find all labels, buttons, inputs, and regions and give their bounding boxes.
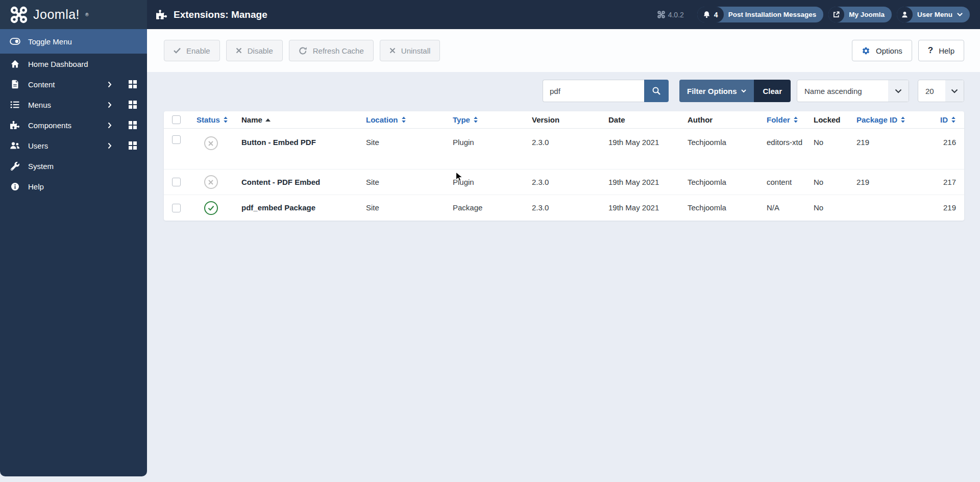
enable-button[interactable]: Enable xyxy=(164,40,220,61)
cell-author: Techjoomla xyxy=(679,176,758,188)
sidebar-item-system[interactable]: System xyxy=(0,156,147,176)
sidebar-item-label: Components xyxy=(28,121,71,130)
page-size-select[interactable]: 20 xyxy=(918,80,964,102)
column-header-name[interactable]: Name xyxy=(233,115,358,124)
cell-id: 216 xyxy=(910,129,964,149)
row-checkbox[interactable] xyxy=(172,178,181,186)
options-button-label: Options xyxy=(876,46,902,55)
cell-name: pdf_embed Package xyxy=(233,202,358,214)
user-menu-button[interactable]: User Menu xyxy=(897,7,970,22)
home-icon xyxy=(9,60,20,68)
sort-icon xyxy=(951,116,956,124)
status-cell xyxy=(188,129,233,150)
cell-author: Techjoomla xyxy=(679,129,758,149)
logo-text: Joomla! xyxy=(33,7,80,22)
sort-icon xyxy=(900,116,905,124)
grid-icon[interactable] xyxy=(129,121,137,129)
chevron-down-icon xyxy=(741,89,746,93)
filter-options-button[interactable]: Filter Options xyxy=(679,80,754,102)
search-group xyxy=(543,80,669,102)
joomla-version: 4.0.2 xyxy=(657,11,684,19)
my-joomla-label: My Joomla xyxy=(849,11,885,18)
main-content: Filter Options Clear Name ascending 20 xyxy=(147,72,980,482)
cell-type: Package xyxy=(445,202,524,214)
sidebar-item-menus[interactable]: Menus xyxy=(0,94,147,115)
grid-icon[interactable] xyxy=(129,141,137,150)
cell-type: Plugin xyxy=(445,129,524,149)
question-mark-icon: ? xyxy=(928,45,933,56)
column-header-package-id[interactable]: Package ID xyxy=(848,115,910,124)
grid-icon[interactable] xyxy=(129,101,137,109)
uninstall-button-label: Uninstall xyxy=(401,46,431,55)
post-installation-messages-button[interactable]: 4 Post Installation Messages xyxy=(697,7,823,22)
select-all-checkbox[interactable] xyxy=(172,115,181,124)
status-disabled-icon[interactable] xyxy=(204,175,218,189)
uninstall-button[interactable]: Uninstall xyxy=(380,40,440,61)
sort-icon xyxy=(793,116,798,124)
cell-locked: No xyxy=(805,129,848,149)
joomla-logo-icon xyxy=(10,6,28,23)
toolbar: Enable Disable Refresh Cache Uninstall O… xyxy=(147,29,980,72)
puzzle-icon xyxy=(9,121,20,129)
chevron-right-icon[interactable] xyxy=(108,142,112,149)
row-checkbox[interactable] xyxy=(172,135,181,144)
refresh-cache-button[interactable]: Refresh Cache xyxy=(289,40,374,61)
cell-location: Site xyxy=(358,202,445,214)
notification-count: 4 xyxy=(714,11,718,19)
row-checkbox-cell xyxy=(164,204,188,212)
chevron-right-icon[interactable] xyxy=(108,122,112,129)
sort-order-value: Name ascending xyxy=(797,87,888,95)
clear-button[interactable]: Clear xyxy=(754,80,791,102)
sidebar-item-users[interactable]: Users xyxy=(0,135,147,156)
column-header-id[interactable]: ID xyxy=(910,115,964,124)
cell-name: Button - Embed PDF xyxy=(233,129,358,149)
help-button[interactable]: ? Help xyxy=(918,40,964,61)
cell-name: Content - PDF Embed xyxy=(233,176,358,188)
sidebar-item-content[interactable]: Content xyxy=(0,74,147,94)
sort-order-select[interactable]: Name ascending xyxy=(797,80,909,102)
sidebar-item-toggle-menu[interactable]: Toggle Menu xyxy=(0,29,147,54)
grid-icon[interactable] xyxy=(129,80,137,88)
search-button[interactable] xyxy=(644,80,669,102)
cell-date: 19th May 2021 xyxy=(600,202,679,214)
sidebar-item-label: Content xyxy=(28,80,55,89)
column-header-type[interactable]: Type xyxy=(445,115,524,124)
sidebar-item-label: Toggle Menu xyxy=(28,37,72,46)
help-button-label: Help xyxy=(939,46,954,55)
status-disabled-icon[interactable] xyxy=(204,136,218,150)
joomla-logo: Joomla!® xyxy=(0,0,147,29)
sort-icon xyxy=(401,116,406,124)
column-header-folder[interactable]: Folder xyxy=(758,115,805,124)
chevron-right-icon[interactable] xyxy=(108,102,112,108)
refresh-cache-button-label: Refresh Cache xyxy=(313,46,364,55)
document-icon xyxy=(9,80,20,89)
column-header-location[interactable]: Location xyxy=(358,115,445,124)
sidebar-item-help[interactable]: Help xyxy=(0,176,147,197)
status-enabled-icon[interactable] xyxy=(204,201,218,215)
logo-registered-mark: ® xyxy=(85,12,89,17)
external-link-icon xyxy=(828,7,844,22)
options-button[interactable]: Options xyxy=(852,40,912,61)
info-icon xyxy=(9,182,20,191)
status-cell xyxy=(188,175,233,189)
cell-version: 2.3.0 xyxy=(524,176,600,188)
sidebar-item-label: Help xyxy=(28,182,44,191)
row-checkbox[interactable] xyxy=(172,204,181,212)
chevron-down-icon xyxy=(945,80,964,102)
row-checkbox-cell xyxy=(164,178,188,186)
cell-type: Plugin xyxy=(445,176,524,188)
top-bar: Joomla!® Extensions: Manage 4.0.2 xyxy=(0,0,980,29)
column-header-status[interactable]: Status xyxy=(188,115,233,124)
my-joomla-button[interactable]: My Joomla xyxy=(828,7,892,22)
chevron-down-icon xyxy=(888,80,909,102)
cell-version: 2.3.0 xyxy=(524,202,600,214)
toggle-icon xyxy=(9,37,20,45)
sidebar-item-home-dashboard[interactable]: Home Dashboard xyxy=(0,54,147,74)
disable-button[interactable]: Disable xyxy=(226,40,283,61)
users-icon xyxy=(9,141,20,150)
table-header-row: Status Name Location Type xyxy=(164,111,964,129)
search-input[interactable] xyxy=(543,80,644,102)
sidebar-item-components[interactable]: Components xyxy=(0,115,147,135)
user-icon xyxy=(897,7,913,22)
chevron-right-icon[interactable] xyxy=(108,81,112,88)
